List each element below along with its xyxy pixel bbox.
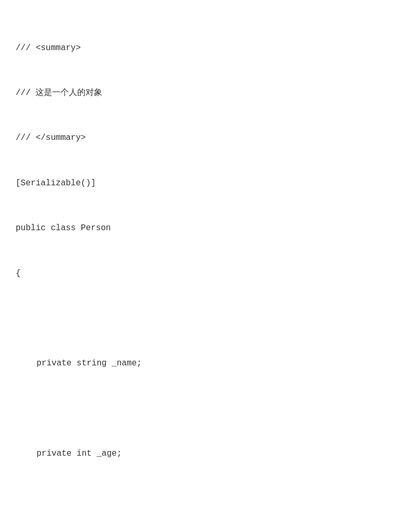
code-line-6: {: [16, 266, 404, 281]
code-line-5: public class Person: [16, 221, 404, 236]
code-line-3: /// </summary>: [16, 130, 404, 146]
code-line-1: /// <summary>: [16, 41, 404, 56]
code-line-8: private string _name;: [16, 356, 404, 371]
code-line-10: private int _age;: [16, 446, 404, 461]
code-line-11: [16, 492, 404, 507]
code-line-2: /// 这是一个人的对象: [16, 86, 404, 101]
code-line-4: [Serializable()]: [16, 176, 404, 191]
code-editor: /// <summary> /// 这是一个人的对象 /// </summary…: [16, 10, 404, 522]
code-line-7: [16, 311, 404, 326]
code-line-9: [16, 401, 404, 417]
